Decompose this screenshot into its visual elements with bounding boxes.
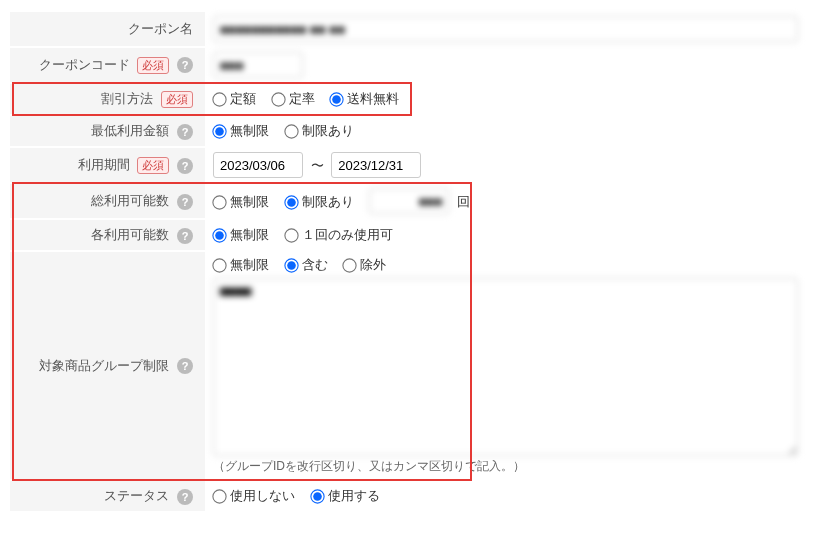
row-period: 利用期間 必須 ? 〜 [10, 148, 815, 182]
label-status: ステータス [104, 488, 169, 503]
radio-discount-rate[interactable]: 定率 [272, 90, 315, 108]
label-total-uses: 総利用可能数 [91, 193, 169, 208]
radio-group-include[interactable]: 含む [285, 256, 328, 274]
total-limit-suffix: 回 [457, 194, 470, 209]
required-badge: 必須 [161, 91, 193, 108]
radio-status-on[interactable]: 使用する [311, 487, 380, 505]
radio-group-exclude[interactable]: 除外 [343, 256, 386, 274]
label-discount-method: 割引方法 [101, 91, 153, 106]
label-min-amount: 最低利用金額 [91, 123, 169, 138]
help-icon[interactable]: ? [177, 57, 193, 73]
coupon-name-input[interactable] [213, 16, 798, 42]
row-status: ステータス ? 使用しない 使用する [10, 481, 815, 511]
label-coupon-name: クーポン名 [128, 21, 193, 36]
help-icon[interactable]: ? [177, 194, 193, 210]
total-limit-value-input[interactable] [369, 188, 449, 214]
radio-discount-free-shipping[interactable]: 送料無料 [330, 90, 399, 108]
row-coupon-name: クーポン名 [10, 12, 815, 46]
radio-total-limited[interactable]: 制限あり [285, 193, 354, 211]
radio-status-off[interactable]: 使用しない [213, 487, 295, 505]
product-group-hint: （グループIDを改行区切り、又はカンマ区切りで記入。） [213, 458, 807, 475]
label-period: 利用期間 [78, 157, 130, 172]
label-coupon-code: クーポンコード [39, 57, 130, 72]
radio-user-once[interactable]: １回のみ使用可 [285, 226, 393, 244]
row-min-amount: 最低利用金額 ? 無制限 制限あり [10, 116, 815, 146]
radio-user-unlimited[interactable]: 無制限 [213, 226, 269, 244]
product-group-textarea[interactable] [213, 278, 798, 456]
radio-min-limited[interactable]: 制限あり [285, 122, 354, 140]
help-icon[interactable]: ? [177, 228, 193, 244]
row-discount-method: 割引方法 必須 定額 定率 送料無料 [10, 84, 815, 114]
date-range-separator: 〜 [311, 158, 324, 173]
coupon-code-input[interactable] [213, 52, 303, 78]
row-coupon-code: クーポンコード 必須 ? [10, 48, 815, 82]
radio-total-unlimited[interactable]: 無制限 [213, 193, 269, 211]
coupon-settings-form: クーポン名 クーポンコード 必須 ? 割引方法 必須 定額 定率 [10, 10, 815, 513]
radio-group-unlimited[interactable]: 無制限 [213, 256, 269, 274]
label-user-uses: 各利用可能数 [91, 227, 169, 242]
row-user-uses: 各利用可能数 ? 無制限 １回のみ使用可 [10, 220, 815, 250]
radio-discount-fixed[interactable]: 定額 [213, 90, 256, 108]
help-icon[interactable]: ? [177, 124, 193, 140]
required-badge: 必須 [137, 157, 169, 174]
required-badge: 必須 [137, 57, 169, 74]
help-icon[interactable]: ? [177, 489, 193, 505]
row-product-group: 対象商品グループ制限 ? 無制限 含む 除外 （グループIDを改行区切り、又はカ… [10, 252, 815, 479]
radio-min-unlimited[interactable]: 無制限 [213, 122, 269, 140]
period-to-input[interactable] [331, 152, 421, 178]
help-icon[interactable]: ? [177, 158, 193, 174]
period-from-input[interactable] [213, 152, 303, 178]
row-total-uses: 総利用可能数 ? 無制限 制限あり 回 [10, 184, 815, 218]
help-icon[interactable]: ? [177, 358, 193, 374]
label-product-group: 対象商品グループ制限 [39, 358, 169, 373]
